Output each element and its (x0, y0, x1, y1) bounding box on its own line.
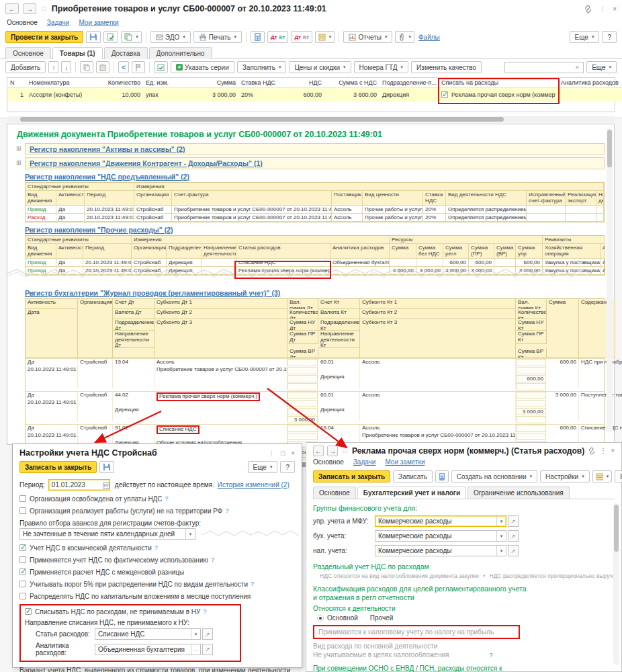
tab-extra[interactable]: Дополнительно (149, 47, 212, 59)
post-document-button[interactable] (103, 31, 118, 43)
attachment-dropdown-icon[interactable]: ▾ (395, 31, 414, 43)
journal-row[interactable]: Да20.10.2023 11:49:01 Стройснаб 44.02Дир… (26, 391, 604, 424)
close-icon[interactable]: × (291, 450, 295, 457)
close-icon[interactable]: × (611, 447, 615, 455)
col-header[interactable]: Подразделение-п... (380, 78, 439, 88)
paste-row-icon[interactable] (96, 61, 109, 73)
report-dropdown-icon[interactable]: ▾ (592, 470, 613, 482)
favorite-star-icon[interactable]: ☆ (341, 446, 349, 456)
goods-table-row[interactable]: 1 Ассорти (конфеты) 10,000 упак 3 000,00… (7, 88, 615, 101)
write-off-expense-cell[interactable]: Реклама прочая сверх норм (коммерч.) (439, 88, 558, 101)
checkbox-margin-vat[interactable] (19, 569, 26, 575)
calendar-icon[interactable] (103, 482, 109, 489)
expense-checkbox[interactable] (441, 91, 448, 98)
item-window-vscrollbar[interactable] (613, 503, 619, 665)
expense-item-field[interactable]: Списание НДС▾ (95, 628, 201, 640)
help-icon[interactable]: ? (165, 495, 169, 502)
gtd-numbers-button[interactable]: Номера ГТД▾ (354, 61, 409, 73)
add-row-button[interactable]: Добавить (5, 61, 46, 73)
col-header[interactable]: НДС (279, 78, 324, 88)
col-header[interactable]: Ставка НДС (238, 78, 279, 88)
get-link-icon[interactable] (584, 5, 592, 13)
movements-vscrollbar[interactable] (607, 128, 613, 432)
tab-usage-restriction[interactable]: Ограничение использования (468, 487, 570, 499)
specify-series-button[interactable]: #Указать серии (171, 61, 234, 73)
checkbox-capital-investments[interactable] (19, 593, 26, 599)
save-and-close-button[interactable]: Записать и закрыть (313, 470, 390, 482)
forward-button[interactable]: → (23, 3, 36, 14)
nav-main[interactable]: Основное (313, 458, 344, 466)
journal-row[interactable]: Да20.10.2023 11:49:01 Стройснаб 19.04 Ас… (26, 358, 604, 391)
more-button[interactable]: Еще▾ (248, 461, 278, 473)
checkbox-outside-rf[interactable] (19, 507, 26, 514)
col-header[interactable]: Количество (97, 78, 143, 88)
tax-accounting-field[interactable]: Коммерческие расходы▾ (375, 545, 506, 556)
debit-credit-icon[interactable]: ДтКт (267, 31, 288, 43)
register-vat-link[interactable]: Регистр накопления "НДС предъявленный" (… (25, 173, 189, 181)
mgmt-accounting-field[interactable]: Коммерческие расходы▾ (375, 515, 506, 527)
reports-dropdown-button[interactable]: Отчеты▾ (343, 31, 392, 43)
tab-main[interactable]: Основное (5, 47, 51, 59)
get-link-icon[interactable] (588, 447, 596, 455)
save-button[interactable] (99, 461, 114, 473)
flag-icon[interactable] (132, 61, 145, 73)
create-from-button[interactable]: Создать на основании▾ (451, 470, 537, 482)
expense-analytics-field[interactable]: Объединенная бухгалтерия… (95, 644, 201, 655)
save-button[interactable]: Записать (393, 470, 433, 482)
nav-main[interactable]: Основное (7, 19, 38, 26)
collapse-icon[interactable]: ⊟ (29, 227, 34, 234)
more-button[interactable]: Еще▾ (570, 31, 600, 43)
kebab-menu-icon[interactable]: ⋮ (600, 447, 607, 455)
checkbox-writeoff-vat[interactable] (25, 608, 32, 615)
help-button[interactable]: ? (602, 31, 617, 43)
share-icon[interactable]: < (118, 61, 129, 73)
goods-hscrollbar[interactable] (7, 116, 615, 122)
help-icon[interactable]: ? (154, 544, 158, 551)
search-text-field[interactable] (508, 64, 575, 71)
col-header[interactable]: Сумма с НДС (324, 78, 380, 88)
register-assets-link[interactable]: Регистр накопления "Активы и пассивы" (2… (30, 145, 185, 153)
tab-goods[interactable]: Товары (1) (52, 47, 103, 59)
col-header[interactable]: N (7, 78, 26, 88)
close-icon[interactable]: × (613, 5, 617, 13)
help-icon[interactable]: ? (489, 652, 492, 659)
open-icon[interactable]: ↗ (202, 644, 213, 655)
open-icon[interactable]: ↗ (202, 628, 213, 640)
nav-notes[interactable]: Мои заметки (385, 458, 425, 466)
checkbox-vat-exempt[interactable] (19, 495, 26, 502)
save-button[interactable] (86, 31, 101, 43)
move-up-icon[interactable]: ↑ (48, 61, 58, 73)
register-other-expenses-link[interactable]: Регистр накопления "Прочие расходы" (2) (25, 226, 173, 234)
nav-notes[interactable]: Мои заметки (79, 19, 118, 26)
copy-row-icon[interactable] (80, 61, 93, 73)
help-icon[interactable]: ? (251, 581, 254, 587)
open-icon[interactable]: ↗ (508, 530, 519, 542)
prices-discounts-button[interactable]: Цены и скидки▾ (289, 61, 351, 73)
checkbox-space-activity[interactable] (19, 544, 26, 551)
calculator-icon[interactable] (435, 470, 449, 482)
kebab-menu-icon[interactable]: ⋮ (268, 450, 275, 457)
favorite-star-icon[interactable]: ☆ (40, 4, 48, 13)
search-input[interactable]: × (504, 62, 584, 73)
files-link[interactable]: Файлы (418, 34, 440, 41)
check-document-icon[interactable] (154, 61, 168, 73)
help-icon[interactable]: ? (211, 556, 214, 563)
move-down-icon[interactable]: ↓ (61, 61, 71, 73)
forward-button[interactable]: → (327, 446, 338, 456)
calculator-icon[interactable] (251, 31, 265, 43)
settings-button[interactable]: Настройки▾ (540, 470, 590, 482)
help-icon[interactable]: ? (225, 507, 228, 514)
help-icon[interactable]: ? (203, 608, 206, 615)
back-button[interactable]: ← (5, 3, 19, 14)
structure-dropdown-icon[interactable]: ▾ (315, 31, 335, 43)
radio-main-activity[interactable] (317, 615, 324, 622)
col-header[interactable]: Ед. изм. (143, 78, 181, 88)
tab-accounting[interactable]: Бухгалтерский учет и налоги (357, 487, 466, 499)
maximize-icon[interactable]: □ (281, 450, 285, 457)
expand-icon[interactable]: ⊞ (16, 145, 21, 152)
open-icon[interactable]: ↗ (508, 515, 519, 527)
expand-icon[interactable]: ⊞ (16, 159, 21, 166)
tab-main[interactable]: Основное (313, 487, 356, 499)
col-header[interactable]: Сумма (181, 78, 238, 88)
col-header[interactable]: Списать на расходы (439, 78, 558, 88)
